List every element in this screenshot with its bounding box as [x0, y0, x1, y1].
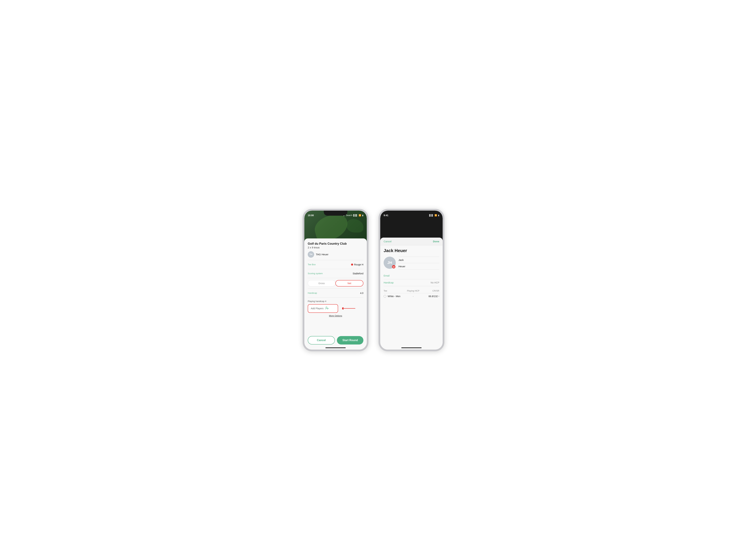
gross-button[interactable]: Gross — [308, 280, 335, 286]
notch-2 — [400, 211, 423, 216]
status-icons-2: ▌▌▌ 🛜 ▮ — [429, 214, 439, 217]
volume-down-button-2[interactable] — [379, 253, 379, 263]
battery-icon: ▮ — [362, 214, 363, 217]
round-setup-sheet: Golf du Paris Country Club 2 x 9 trous T… — [304, 238, 367, 350]
action-buttons: Cancel Start Round — [308, 336, 363, 345]
score-toggle: Gross Net — [308, 280, 363, 286]
arrow-indicator — [342, 307, 356, 310]
phone-2: 9:41 ▌▌▌ 🛜 ▮ Cancel Done Jack Heuer — [379, 209, 444, 351]
tee-box-value: Rouge H — [351, 263, 363, 266]
volume-down-button[interactable] — [303, 253, 303, 263]
wifi-icon: 🛜 — [359, 214, 361, 217]
tee-box-row[interactable]: Tee Box Rouge H — [308, 261, 363, 268]
player-detail-sheet: Cancel Done Jack Heuer JH — [380, 237, 443, 350]
add-players-icon — [325, 307, 329, 310]
email-label: Email — [384, 274, 389, 277]
tee-table: Tee Playing HCP CR/SR White - Men - 6 — [384, 288, 439, 299]
mute-button[interactable] — [303, 232, 303, 238]
phone-1: 10:00 ▲ Search ▌▌▌ 🛜 ▮ Golf du Paris Cou… — [303, 209, 368, 351]
svg-point-5 — [393, 266, 394, 267]
camera-icon[interactable] — [392, 265, 395, 269]
power-button-2[interactable] — [444, 241, 444, 254]
phone-2-screen: 9:41 ▌▌▌ 🛜 ▮ Cancel Done Jack Heuer — [380, 211, 443, 350]
power-button[interactable] — [368, 241, 368, 254]
handicap-label: Handicap — [308, 292, 317, 294]
crsr-col-header: CR/SR — [422, 289, 439, 292]
course-subtitle: 2 x 9 trous — [308, 246, 363, 249]
done-button[interactable]: Done — [433, 240, 439, 243]
playing-handicap-label: Playing handicap 4 — [308, 299, 363, 304]
divider-4 — [308, 288, 363, 289]
volume-up-button-2[interactable] — [379, 241, 379, 251]
search-label: Search — [346, 214, 352, 217]
divider-2 — [308, 269, 363, 269]
add-players-label: Add Players — [311, 307, 324, 310]
player-name-large: Jack Heuer — [384, 248, 439, 253]
sheet-body: Jack Heuer JH Jack — [380, 245, 443, 349]
email-row[interactable]: Email — [384, 272, 439, 279]
signal-icon-2: ▌▌▌ — [429, 214, 434, 217]
home-indicator — [326, 347, 346, 348]
cancel-button[interactable]: Cancel — [308, 336, 335, 345]
signal-icon: ▌▌▌ — [353, 214, 358, 217]
avatar-large: JH — [384, 257, 396, 269]
tee-col-header: Tee — [384, 289, 405, 292]
person-add-icon — [325, 307, 329, 310]
cancel-button-2[interactable]: Cancel — [384, 240, 391, 243]
net-button[interactable]: Net — [335, 280, 363, 286]
phone-1-screen: 10:00 ▲ Search ▌▌▌ 🛜 ▮ Golf du Paris Cou… — [304, 211, 367, 350]
course-title: Golf du Paris Country Club — [308, 242, 363, 246]
player-profile-row: JH Jack Heuer — [384, 257, 439, 270]
wifi-icon-2: 🛜 — [435, 214, 437, 217]
start-round-button[interactable]: Start Round — [337, 336, 363, 345]
tee-row[interactable]: White - Men - 66.8/132 ▾ — [384, 293, 439, 299]
scoring-row[interactable]: Scoring system Stableford — [308, 271, 363, 277]
home-indicator-2 — [401, 347, 421, 348]
name-fields: Jack Heuer — [398, 257, 439, 270]
player-name: TAG Heuer — [316, 253, 329, 256]
more-options-link[interactable]: More Options — [308, 314, 363, 317]
chevron-down-icon: ▾ — [438, 295, 439, 297]
tee-box-label: Tee Box — [308, 263, 316, 266]
tee-name: White - Men — [384, 295, 405, 298]
handicap-value: 4.0 — [360, 292, 363, 295]
scene: 10:00 ▲ Search ▌▌▌ 🛜 ▮ Golf du Paris Cou… — [303, 209, 444, 351]
first-name-field[interactable]: Jack — [398, 257, 439, 263]
last-name-field[interactable]: Heuer — [398, 263, 439, 270]
tee-table-header: Tee Playing HCP CR/SR — [384, 288, 439, 293]
handicap-value-2: No HCP — [431, 281, 439, 284]
handicap-row: Handicap 4.0 — [308, 290, 363, 296]
mute-button-2[interactable] — [379, 232, 379, 238]
handicap-label-2: Handicap — [384, 281, 393, 284]
hcp-col-header: Playing HCP — [405, 289, 422, 292]
tee-hcp: - — [405, 295, 422, 298]
volume-up-button[interactable] — [303, 241, 303, 251]
tee-radio[interactable] — [384, 295, 386, 298]
player-avatar: TH — [308, 251, 314, 258]
notch — [324, 211, 347, 216]
status-time-2: 9:41 — [384, 214, 388, 217]
battery-icon-2: ▮ — [438, 214, 439, 217]
tee-crsr: 66.8/132 ▾ — [422, 295, 439, 298]
player-row: TH TAG Heuer — [308, 251, 363, 258]
scoring-value: Stableford — [353, 272, 363, 275]
scoring-label: Scoring system — [308, 272, 323, 275]
tee-dot-red — [351, 263, 353, 265]
add-players-button[interactable]: Add Players — [308, 304, 338, 313]
add-players-section: Add Players — [308, 304, 363, 313]
svg-point-0 — [326, 307, 327, 308]
status-time: 10:00 — [308, 214, 314, 217]
handicap-row-2[interactable]: Handicap No HCP — [384, 279, 439, 286]
sheet-header: Cancel Done — [380, 237, 443, 245]
